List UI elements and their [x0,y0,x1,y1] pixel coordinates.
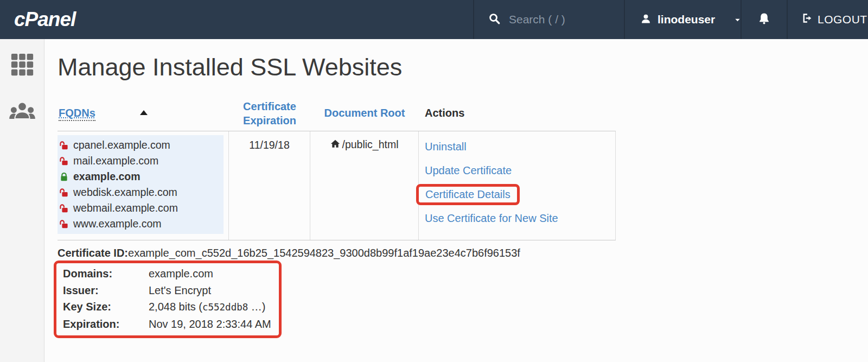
key-fingerprint-mono: c552ddb8 [202,302,248,313]
actions-cell: UninstallUpdate CertificateCertificate D… [419,131,616,240]
annotation-box-certificate-info: Domains:example.comIssuer:Let's EncryptK… [54,261,282,338]
certificate-id-value: example_com_c552d_16b25_1542594823_9300d… [128,247,520,259]
action-row: Use Certificate for New Site [425,206,615,230]
logout-button[interactable]: LOGOUT [787,0,868,39]
action-row: Certificate Details [425,182,615,206]
cpanel-logo[interactable]: cPanel [14,8,75,31]
action-link-certificate-details[interactable]: Certificate Details [425,188,510,201]
detail-row: Key Size:2,048 bits (c552ddb8 …) [63,299,271,316]
sidebar [0,39,44,362]
table-row: cpanel.example.commail.example.comexampl… [58,131,616,240]
fqdn-domain-label: example.com [73,170,141,183]
action-link-update-certificate[interactable]: Update Certificate [425,164,512,177]
detail-label: Expiration: [63,316,149,333]
fqdn-domain-label: webdisk.example.com [73,186,177,199]
document-root-cell: /public_html [310,131,419,240]
fqdn-item: mail.example.com [59,153,220,169]
detail-label: Key Size: [63,299,149,316]
ssl-table: FQDNs Certificate Expiration Document Ro… [58,96,616,240]
fqdn-item: example.com [59,169,220,185]
fqdn-item: webmail.example.com [59,200,220,216]
sidebar-home-button[interactable] [10,52,35,79]
action-link-uninstall[interactable]: Uninstall [425,141,467,153]
column-header-fqdns: FQDNs [58,107,229,119]
home-icon [330,138,341,152]
fqdn-domain-label: cpanel.example.com [73,139,170,151]
lock-open-icon [59,204,69,213]
topbar: cPanel Search ( / ) linodeuser LOGOUT [0,0,868,39]
detail-value: example.com [149,265,213,282]
detail-value: 2,048 bits (c552ddb8 …) [149,299,265,316]
user-menu[interactable]: linodeuser [624,0,741,39]
search-icon [488,12,501,27]
username-label: linodeuser [658,13,715,26]
action-row: Uninstall [425,135,615,158]
fqdn-item: webdisk.example.com [59,185,220,200]
action-row: Update Certificate [425,158,615,182]
fqdn-domain-label: www.example.com [73,218,162,230]
certificate-id-line: Certificate ID:example_com_c552d_16b25_1… [58,247,868,259]
detail-row: Expiration:Nov 19, 2018 2:33:44 AM [63,316,271,333]
fqdn-item: www.example.com [59,216,220,232]
lock-closed-icon [59,172,69,182]
fqdns-cell: cpanel.example.commail.example.comexampl… [58,131,229,240]
fqdn-item: cpanel.example.com [59,137,220,153]
notifications-button[interactable] [741,0,787,39]
sort-ascending-icon[interactable] [140,110,148,115]
user-icon [640,13,652,27]
detail-value: Let's Encrypt [149,282,211,299]
search-input[interactable]: Search ( / ) [473,0,624,39]
users-icon [9,101,36,124]
fqdn-list: cpanel.example.commail.example.comexampl… [58,135,224,234]
sidebar-users-button[interactable] [9,101,36,124]
fqdns-header-link[interactable]: FQDNs [59,107,95,121]
annotation-box-certificate-details: Certificate Details [416,184,520,205]
lock-open-icon [59,141,69,150]
grid-icon [10,52,35,79]
column-header-certificate-expiration[interactable]: Certificate Expiration [229,99,310,128]
logout-label: LOGOUT [818,13,867,26]
certificate-id-label: Certificate ID: [58,247,128,259]
search-placeholder: Search ( / ) [509,13,565,26]
fqdn-domain-label: mail.example.com [73,155,158,167]
column-header-document-root[interactable]: Document Root [310,107,419,119]
main-content: Manage Installed SSL Websites FQDNs Cert… [44,39,868,362]
cert-detail-rows: Domains:example.comIssuer:Let's EncryptK… [63,265,271,332]
detail-value: Nov 19, 2018 2:33:44 AM [149,316,271,333]
certificate-expiration-cell: 11/19/18 [229,131,310,240]
action-link-use-certificate-for-new-site[interactable]: Use Certificate for New Site [425,212,558,225]
document-root-path: /public_html [342,138,398,151]
column-header-actions: Actions [419,107,616,119]
topbar-spacer [75,0,473,39]
detail-row: Domains:example.com [63,265,271,282]
bell-icon [757,12,771,28]
logout-icon [801,12,813,27]
detail-label: Domains: [63,265,149,282]
lock-open-icon [59,188,69,198]
lock-open-icon [59,219,69,229]
table-header-row: FQDNs Certificate Expiration Document Ro… [58,96,616,131]
detail-row: Issuer:Let's Encrypt [63,282,271,299]
detail-label: Issuer: [63,282,149,299]
lock-open-icon [59,156,69,166]
page-title: Manage Installed SSL Websites [58,53,868,81]
fqdn-domain-label: webmail.example.com [73,202,178,214]
